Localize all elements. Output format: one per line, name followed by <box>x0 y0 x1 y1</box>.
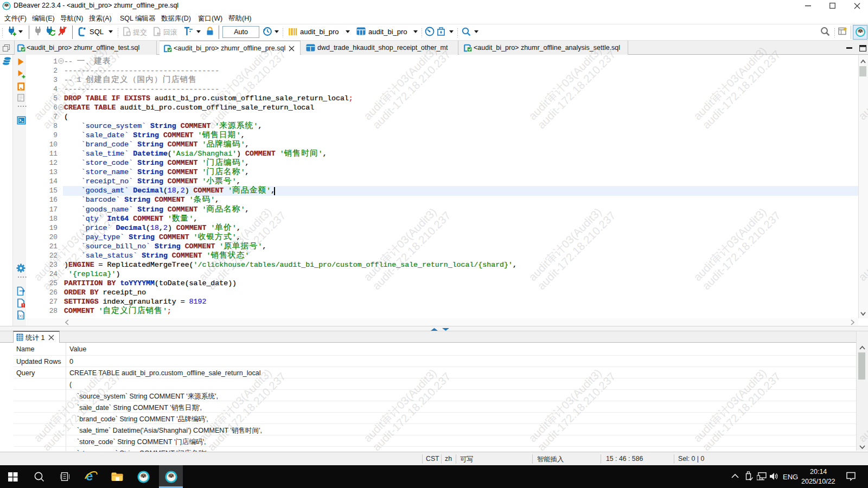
svg-text:(x): (x) <box>18 313 23 318</box>
